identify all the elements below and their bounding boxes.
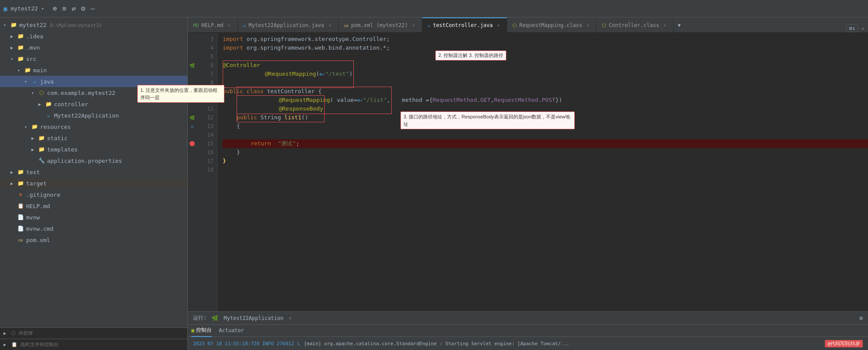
- ln-17: 17: [207, 157, 214, 165]
- tab-pom-label: pom.xml (mytest22): [351, 22, 408, 28]
- status-main-text: [main] org.apache.catalina.core.Standard…: [304, 341, 569, 347]
- code-line-15: return "测试";: [223, 139, 868, 148]
- tree-mvn[interactable]: ▶ 📁 .mvn: [0, 42, 187, 53]
- minimize-icon[interactable]: —: [91, 4, 95, 13]
- gutter-4: [188, 44, 197, 52]
- gutter-3: [188, 35, 197, 44]
- run-close[interactable]: ×: [289, 315, 292, 321]
- callout-1: 1. 注意文件夹放的位置，要跟启动程序同一层: [137, 85, 224, 103]
- ln-12: 12: [207, 113, 214, 122]
- tab-bar: MD HELP.md × ☕ Mytest22Application.java …: [188, 17, 868, 33]
- gutter-14: [188, 131, 197, 139]
- tree-idea[interactable]: ▶ 📁 .idea: [0, 30, 187, 42]
- code-line-7: @RequestMapping(⊕✓"/test"): [223, 70, 868, 78]
- tab-tc-label: testController.java: [433, 22, 493, 28]
- list-icon[interactable]: ≡: [62, 4, 67, 13]
- temp-files-label: 📋 临时文件和控制台: [11, 341, 59, 348]
- tree-templates[interactable]: ▶ 📁 templates: [0, 144, 187, 155]
- gutter-15[interactable]: [188, 139, 197, 148]
- tab-tc-close[interactable]: ×: [495, 22, 502, 28]
- settings-icon[interactable]: ⚙: [81, 4, 85, 13]
- tree-helpmd[interactable]: ▶ 📋 HELP.md: [0, 200, 187, 212]
- code-line-18: [223, 165, 868, 174]
- tree-test[interactable]: ▶ 📁 test: [0, 166, 187, 178]
- tab-help-label: HELP.md: [201, 22, 224, 28]
- tab-mytest22-label: Mytest22Application.java: [248, 22, 324, 28]
- code-line-16: }: [223, 148, 868, 157]
- tab-help[interactable]: MD HELP.md ×: [188, 17, 238, 32]
- transfer-icon[interactable]: ⇄: [71, 4, 76, 13]
- external-libs[interactable]: ▶ ⬡ 外部库: [0, 327, 187, 339]
- code-line-3: import org.springframework.stereotype.Co…: [223, 35, 868, 44]
- tab-ctrl-label: Controller.class: [609, 22, 659, 28]
- tab-rm-icon: ⬡: [512, 23, 517, 28]
- tab-tc-icon: ☕: [427, 23, 431, 28]
- console-tab-actuator[interactable]: Actuator: [219, 325, 244, 337]
- tab-pom-close[interactable]: ×: [410, 22, 417, 28]
- tab-controller[interactable]: ⬡ Controller.class ×: [597, 17, 674, 32]
- temp-files[interactable]: ▶ 📋 临时文件和控制台: [0, 339, 187, 350]
- log-level: L: [298, 341, 301, 347]
- tab-help-close[interactable]: ×: [226, 22, 232, 28]
- ln-16: 16: [207, 148, 214, 157]
- tab-testcontroller[interactable]: ☕ testController.java ×: [422, 17, 507, 32]
- tree-appprops[interactable]: ▶ 🔧 application.properties: [0, 155, 187, 166]
- line-numbers: 3 4 5 6 7 8 9 10 11 12 13 14 15 16 17 18: [197, 33, 217, 311]
- console-icon: ▣: [191, 327, 194, 333]
- run-app-name: Mytest22Application: [224, 315, 283, 321]
- gutter-17: [188, 157, 197, 165]
- project-label[interactable]: mytest22: [10, 5, 38, 12]
- tree-src[interactable]: ▾ 📁 src: [0, 53, 187, 64]
- tree-target[interactable]: ▶ 📁 target: [0, 178, 187, 189]
- code-editor[interactable]: import org.springframework.stereotype.Co…: [217, 33, 868, 311]
- tree-main[interactable]: ▾ 📁 main: [0, 64, 187, 76]
- tree-pomxml[interactable]: ▶ ㎝ pom.xml: [0, 234, 187, 246]
- gutter-5: [188, 52, 197, 61]
- tab-mytest22app[interactable]: ☕ Mytest22Application.java ×: [238, 17, 339, 32]
- callout-3: 3. 接口的路径地址，方式，ResponseBody表示返回的是json数据，不…: [400, 111, 575, 129]
- ln-5: 5: [210, 52, 214, 61]
- run-bar: 运行: 🌿 Mytest22Application × ⚙: [188, 312, 868, 325]
- minimap-toggle[interactable]: m↕: [846, 24, 858, 32]
- ln-13: 13: [207, 122, 214, 131]
- code-line-4: import org.springframework.web.bind.anno…: [223, 44, 868, 52]
- gutter-7: [188, 70, 197, 78]
- tree-mytest22app[interactable]: ▶ ☕ Mytest22Application: [0, 110, 187, 121]
- tab-mytest22-close[interactable]: ×: [327, 22, 333, 28]
- tree-mvnw[interactable]: ▶ 📄 mvnw: [0, 212, 187, 223]
- project-dropdown[interactable]: ▾: [41, 6, 44, 11]
- gutter-icons: 🌿 ⬡ 🌿 ◇: [188, 33, 197, 311]
- external-libs-label: ⬡ 外部库: [11, 330, 33, 337]
- title-bar: ▣ mytest22 ▾ ⊕ ≡ ⇄ ⚙ —: [0, 0, 868, 17]
- ln-18: 18: [207, 165, 214, 174]
- tree-gitignore[interactable]: ▶ ⊛ .gitignore: [0, 189, 187, 200]
- tab-overflow[interactable]: ▾: [674, 17, 685, 32]
- csdn-badge: @代码写到35岁: [825, 340, 863, 347]
- tab-rm-close[interactable]: ×: [585, 22, 591, 28]
- code-line-5: [223, 52, 868, 61]
- gutter-18: [188, 165, 197, 174]
- tab-requestmapping[interactable]: ⬡ RequestMapping.class ×: [507, 17, 597, 32]
- tab-ctrl-icon: ⬡: [602, 23, 606, 28]
- ln-7: 7: [210, 70, 214, 78]
- sync-icon[interactable]: ⊕: [53, 4, 57, 13]
- editor-close[interactable]: ×: [861, 25, 865, 32]
- tab-pom-icon: ㎝: [344, 22, 349, 29]
- console-tab-console[interactable]: ▣ 控制台: [191, 325, 212, 337]
- tab-help-icon: MD: [193, 23, 199, 28]
- run-label: 运行:: [193, 314, 207, 322]
- gutter-6: 🌿: [188, 61, 197, 70]
- tree-mvnwcmd[interactable]: ▶ 📄 mvnw.cmd: [0, 223, 187, 234]
- status-right: @代码写到35岁: [825, 340, 863, 347]
- tab-mytest22-icon: ☕: [243, 23, 246, 28]
- run-spring-icon: 🌿: [212, 315, 218, 321]
- tab-ctrl-close[interactable]: ×: [662, 22, 668, 28]
- tree-root[interactable]: ▾ 📁 mytest22 D:\MyCode\mytest22: [0, 19, 187, 30]
- ln-14: 14: [207, 131, 214, 139]
- run-settings[interactable]: ⚙: [859, 315, 863, 321]
- code-line-14: [223, 131, 868, 139]
- file-tree: ▾ 📁 mytest22 D:\MyCode\mytest22 ▶ 📁 .ide…: [0, 17, 187, 327]
- tree-resources[interactable]: ▾ 📁 resources: [0, 121, 187, 132]
- tree-static[interactable]: ▶ 📁 static: [0, 132, 187, 144]
- tab-pomxml[interactable]: ㎝ pom.xml (mytest22) ×: [339, 17, 422, 32]
